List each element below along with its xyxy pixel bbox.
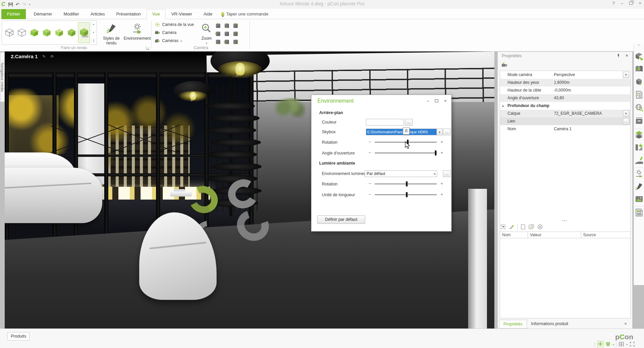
- copy-property-icon[interactable]: [529, 224, 534, 230]
- property-row-name[interactable]: Nom Caméra 1: [500, 125, 630, 133]
- property-row-eye-height[interactable]: Hauteur des yeux 1,6000m: [500, 79, 630, 86]
- pan-tool-icon[interactable]: [597, 341, 603, 348]
- gallery-up-icon[interactable]: ▴: [93, 23, 94, 26]
- length-unit-slider[interactable]: [375, 194, 437, 195]
- close-button[interactable]: ×: [639, 1, 641, 6]
- pin-icon[interactable]: [617, 54, 620, 57]
- render-mode-realistic-icon[interactable]: [66, 22, 77, 43]
- tab-fichier[interactable]: Fichier: [1, 9, 26, 19]
- dialog-close-button[interactable]: ×: [444, 98, 447, 103]
- gallery-down-icon[interactable]: ▾: [93, 31, 94, 34]
- layer-dropdown-icon[interactable]: ▾: [623, 110, 629, 117]
- view-iso-sw-button[interactable]: [214, 38, 222, 45]
- snap-magnet-icon[interactable]: [606, 342, 610, 348]
- view-left-button[interactable]: [214, 30, 222, 37]
- tab-aide[interactable]: Aide: [198, 9, 218, 19]
- minimize-button[interactable]: –: [621, 1, 623, 6]
- table-header-valeur[interactable]: Valeur: [528, 232, 581, 238]
- table-header-source[interactable]: Source: [581, 232, 630, 238]
- panel-splitter[interactable]: •••: [498, 220, 632, 223]
- property-row-link[interactable]: Lien …: [500, 117, 630, 125]
- render-mode-solid-icon[interactable]: [28, 22, 40, 43]
- materials-icon[interactable]: [635, 143, 643, 151]
- tab-vr-viewer[interactable]: VR-Viewer: [165, 9, 198, 19]
- tab-proprietes[interactable]: Propriétés: [499, 320, 527, 328]
- gallery-expand-icon[interactable]: ▾: [93, 39, 94, 43]
- view-top-button[interactable]: [223, 22, 231, 29]
- ambient-rotation-plus-button[interactable]: +: [441, 181, 443, 186]
- view-right-button[interactable]: [231, 30, 239, 37]
- view-camera-button[interactable]: Caméra de la vue: [155, 21, 194, 28]
- tab-informations-produit[interactable]: Informations produit: [527, 320, 572, 328]
- view-front-button[interactable]: [223, 30, 231, 37]
- link-browse-button[interactable]: …: [623, 118, 629, 125]
- layers-icon[interactable]: [635, 130, 643, 139]
- ambient-env-combobox[interactable]: Par défaut ▾: [365, 170, 437, 177]
- dialog-maximize-button[interactable]: [435, 99, 438, 102]
- render-group-launcher[interactable]: [146, 46, 149, 50]
- texture-editor-icon[interactable]: [635, 156, 643, 164]
- cameras-button[interactable]: Caméras ▾: [155, 37, 194, 44]
- expander-icon[interactable]: ▸: [502, 102, 504, 110]
- zoom-dropdown-icon[interactable]: ▾: [206, 42, 207, 45]
- article-info-icon[interactable]: i: [635, 78, 643, 86]
- skybox-field[interactable]: E:\Docformation\Panoramique HDRI\: [366, 129, 437, 135]
- couleur-field[interactable]: [366, 119, 404, 126]
- ambient-rotation-thumb[interactable]: [406, 181, 408, 186]
- angle-plus-button[interactable]: +: [441, 150, 443, 155]
- new-property-icon[interactable]: [521, 224, 526, 230]
- tab-articles[interactable]: Articles: [85, 9, 111, 19]
- property-row-target-height[interactable]: Hauteur de la cible -0,0000m: [500, 86, 630, 94]
- tab-presentation[interactable]: Présentation: [111, 9, 147, 19]
- length-unit-plus-button[interactable]: +: [441, 192, 443, 197]
- gallery-scrollbar[interactable]: ▴ ▾ ▾: [91, 22, 96, 44]
- layout-dropdown-icon[interactable]: ▾: [626, 343, 628, 346]
- select-region-icon[interactable]: [500, 224, 506, 230]
- view-iso-se-button[interactable]: [231, 38, 239, 45]
- length-unit-thumb[interactable]: [406, 192, 408, 197]
- couleur-browse-button[interactable]: …: [405, 119, 413, 126]
- opening-angle-slider[interactable]: [375, 152, 437, 153]
- tab-vue[interactable]: Vue: [147, 9, 166, 19]
- dialog-minimize-button[interactable]: –: [427, 98, 429, 103]
- tab-demarrer[interactable]: Démarrer: [28, 9, 58, 19]
- render-mode-textured-icon[interactable]: [41, 22, 52, 43]
- archive-drawer-icon[interactable]: [635, 117, 643, 125]
- command-input[interactable]: Taper une commande: [218, 9, 272, 19]
- render-mode-wireframe-icon[interactable]: [3, 22, 15, 43]
- panel-tabs-close-button[interactable]: ×: [624, 321, 627, 326]
- view-iso-ne-button[interactable]: [231, 22, 239, 29]
- opening-angle-thumb[interactable]: [435, 150, 437, 155]
- catalog-book-icon[interactable]: [635, 65, 643, 73]
- render-mode-hidden-line-icon[interactable]: [16, 22, 28, 43]
- render-mode-textured-light-icon[interactable]: [53, 22, 65, 43]
- mode-camera-dropdown-icon[interactable]: ▾: [623, 72, 629, 78]
- view-bottom-button[interactable]: [223, 38, 231, 45]
- skybox-browse-button[interactable]: …: [443, 129, 451, 135]
- render-mode-realistic-shadow-icon[interactable]: [78, 22, 90, 43]
- fullscreen-icon[interactable]: [630, 342, 635, 348]
- viewport-layout-icon[interactable]: [619, 342, 624, 348]
- property-row-opening-angle[interactable]: Angle d'ouverture 43,60: [500, 94, 630, 102]
- rotation-minus-button[interactable]: −: [369, 139, 371, 144]
- products-tab[interactable]: Produits: [7, 332, 30, 341]
- print-layout-icon[interactable]: [635, 208, 643, 217]
- property-row-mode-camera[interactable]: Mode caméra Perspective ▾: [500, 71, 630, 79]
- properties-close-button[interactable]: ×: [626, 53, 628, 58]
- viewport-restore-button[interactable]: [487, 54, 492, 58]
- snap-dropdown-icon[interactable]: ▾: [613, 343, 614, 346]
- render-styles-sidebar-icon[interactable]: [635, 182, 643, 190]
- rotation-plus-button[interactable]: +: [441, 139, 443, 144]
- camera-button[interactable]: Caméra: [155, 29, 194, 36]
- length-unit-minus-button[interactable]: −: [369, 192, 371, 197]
- viewport-edit-icon[interactable]: ✎: [42, 54, 46, 59]
- property-row-layer[interactable]: Calque 72_EGR_BASE_CAMERA ▾: [500, 110, 630, 117]
- ambient-env-browse-button[interactable]: …: [443, 170, 451, 177]
- cameras-dropdown-icon[interactable]: ▾: [181, 40, 182, 43]
- scene-settings-icon[interactable]: [635, 52, 643, 61]
- ambient-env-dropdown-icon[interactable]: ▾: [434, 171, 435, 177]
- delete-property-icon[interactable]: [537, 224, 543, 230]
- brush-icon[interactable]: [509, 224, 514, 230]
- angle-minus-button[interactable]: −: [369, 150, 371, 155]
- help-button[interactable]: ?: [612, 1, 615, 6]
